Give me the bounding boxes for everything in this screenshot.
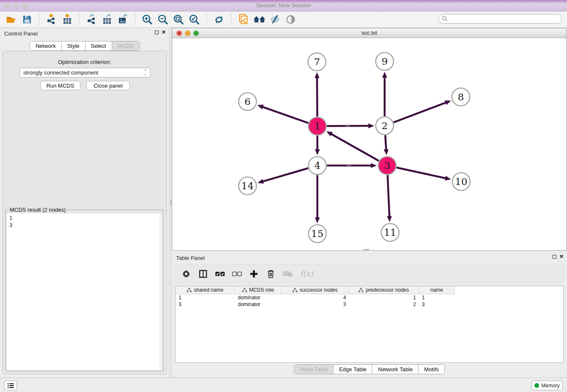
- zoom-fit-icon[interactable]: [171, 12, 187, 27]
- edge-2-3[interactable]: [385, 135, 386, 150]
- divider-grip[interactable]: [170, 199, 171, 205]
- svg-text:3: 3: [384, 160, 391, 171]
- result-scrollbar[interactable]: [159, 213, 162, 370]
- close-panel-icon[interactable]: ✕: [559, 254, 564, 259]
- node-10[interactable]: 10: [452, 173, 470, 190]
- edge-3-10[interactable]: [396, 168, 446, 178]
- node-table[interactable]: shared nameMCDS rolesuccessor nodesprede…: [175, 286, 564, 363]
- network-canvas[interactable]: 1234678910111415: [172, 38, 566, 250]
- run-mcds-button[interactable]: Run MCDS: [40, 81, 80, 90]
- export-image-icon[interactable]: [115, 12, 131, 27]
- node-4[interactable]: 4: [308, 157, 326, 174]
- table-cell: 3: [176, 301, 235, 308]
- search-input[interactable]: [448, 15, 561, 23]
- toolbar-separator: [135, 13, 135, 26]
- tab-select[interactable]: Select: [85, 41, 112, 50]
- table-cell: 1: [176, 294, 235, 301]
- tab-network-table[interactable]: Network Table: [372, 365, 418, 374]
- edge-4-14[interactable]: [262, 168, 308, 182]
- home-icon[interactable]: [251, 12, 267, 27]
- task-history-button[interactable]: [4, 381, 17, 390]
- network-overview-icon[interactable]: [236, 12, 251, 27]
- table-row[interactable]: 3dominator323: [176, 301, 563, 308]
- column-header-predecessor-nodes[interactable]: predecessor nodes: [349, 286, 419, 294]
- tab-node-table[interactable]: Node Table: [295, 365, 333, 374]
- svg-text:7: 7: [314, 56, 320, 67]
- node-2[interactable]: 2: [376, 117, 394, 135]
- node-11[interactable]: 11: [381, 224, 399, 241]
- table-cell: dominator: [235, 294, 281, 301]
- node-6[interactable]: 6: [239, 93, 256, 110]
- network-window-titlebar[interactable]: ✕ − + scc.txt: [172, 28, 566, 38]
- import-table-icon[interactable]: [59, 12, 75, 27]
- maximize-network-icon[interactable]: +: [193, 30, 199, 36]
- edge-3-1[interactable]: [331, 134, 379, 161]
- close-panel-button[interactable]: Close panel: [86, 81, 130, 90]
- function-builder-fx-icon[interactable]: f(x): [300, 269, 313, 278]
- edge-1-6[interactable]: [262, 107, 308, 123]
- column-header-name[interactable]: name: [419, 286, 455, 294]
- zoom-in-icon[interactable]: [140, 12, 155, 27]
- save-session-icon[interactable]: [19, 12, 35, 27]
- arrowhead-1-2: [368, 123, 374, 128]
- status-bar: Memory: [0, 378, 567, 392]
- open-session-icon[interactable]: [3, 12, 19, 27]
- hide-selected-icon[interactable]: [267, 12, 283, 27]
- close-window-icon[interactable]: [5, 3, 10, 8]
- memory-button[interactable]: Memory: [531, 381, 563, 390]
- create-column-plus-icon[interactable]: [248, 268, 259, 279]
- float-panel-icon[interactable]: [155, 30, 159, 34]
- divider-grip[interactable]: [363, 249, 369, 250]
- import-network-icon[interactable]: [44, 12, 59, 27]
- node-8[interactable]: 8: [452, 88, 470, 106]
- tab-network[interactable]: Network: [30, 41, 61, 50]
- optimization-criterion-select[interactable]: strongly connected component ⌃⌄: [19, 68, 151, 77]
- edge-1-7[interactable]: [317, 77, 317, 116]
- show-all-icon[interactable]: [283, 12, 298, 27]
- table-cell: 4: [281, 294, 349, 301]
- node-14[interactable]: 14: [239, 177, 256, 195]
- mcds-result-title: MCDS result (2 nodes): [8, 207, 67, 213]
- node-3[interactable]: 3: [378, 157, 396, 174]
- table-row[interactable]: 1dominator411: [176, 294, 563, 301]
- node-9[interactable]: 9: [376, 52, 394, 70]
- zoom-selected-icon[interactable]: [187, 12, 202, 27]
- show-column-icon[interactable]: [198, 268, 209, 279]
- optimization-criterion-label: Optimization criterion:: [3, 59, 166, 65]
- close-panel-icon[interactable]: ✕: [162, 30, 166, 34]
- table-cell: 2: [349, 301, 419, 308]
- column-header-shared-name[interactable]: shared name: [176, 286, 235, 294]
- export-network-icon[interactable]: [84, 12, 99, 27]
- app-titlebar: Session: New Session: [0, 0, 567, 11]
- tab-mcds[interactable]: MCDS: [112, 41, 139, 50]
- apply-layout-icon[interactable]: [211, 12, 227, 27]
- zoom-window-icon[interactable]: [22, 3, 27, 8]
- edge-3-11[interactable]: [388, 175, 389, 217]
- tab-edge-table[interactable]: Edge Table: [333, 365, 372, 374]
- float-panel-icon[interactable]: [553, 255, 556, 259]
- tab-motifs[interactable]: Motifs: [418, 365, 444, 374]
- select-all-columns-icon[interactable]: [215, 268, 226, 279]
- minimize-network-icon[interactable]: −: [185, 30, 190, 36]
- close-network-icon[interactable]: ✕: [176, 30, 182, 36]
- node-15[interactable]: 15: [308, 225, 326, 243]
- table-options-gear-icon[interactable]: [181, 268, 192, 279]
- unselect-all-columns-icon[interactable]: [231, 268, 242, 279]
- minimize-window-icon[interactable]: [14, 3, 19, 8]
- node-7[interactable]: 7: [308, 53, 326, 71]
- node-1[interactable]: 1: [308, 117, 326, 135]
- column-header-MCDS-role[interactable]: MCDS role: [235, 286, 281, 294]
- svg-text:14: 14: [241, 180, 253, 191]
- search-field[interactable]: [438, 14, 562, 24]
- zoom-out-icon[interactable]: [155, 12, 171, 27]
- toolbar-separator: [231, 13, 231, 26]
- mcds-result-text[interactable]: 1 3: [7, 213, 162, 370]
- toolbar-separator: [206, 13, 207, 26]
- column-header-successor-nodes[interactable]: successor nodes: [281, 286, 349, 294]
- tab-style[interactable]: Style: [61, 41, 85, 50]
- edge-2-8[interactable]: [394, 102, 446, 122]
- export-table-icon[interactable]: [99, 12, 115, 27]
- delete-column-icon[interactable]: [282, 268, 293, 279]
- delete-row-trash-icon[interactable]: [265, 268, 276, 279]
- arrowhead-1-6: [257, 105, 264, 109]
